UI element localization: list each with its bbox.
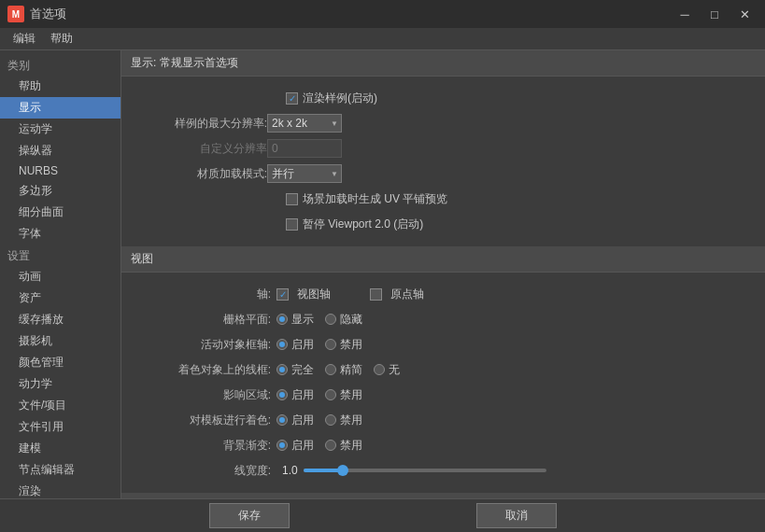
- view-block: 轴: 视图轴 原点轴 栅格平面:: [121, 280, 765, 493]
- sidebar-item-assets[interactable]: 资产: [0, 287, 120, 309]
- custom-resolution-row: 自定义分辨率: [136, 138, 750, 159]
- menu-bar: 编辑 帮助: [0, 28, 765, 50]
- max-resolution-dropdown[interactable]: 2k x 2k: [267, 114, 342, 133]
- none-radio[interactable]: [374, 364, 385, 375]
- grid-plane-radio-group: 显示 隐藏: [276, 312, 362, 328]
- disable-option[interactable]: 禁用: [325, 337, 362, 353]
- origin-axis-checkbox[interactable]: [370, 288, 382, 301]
- influence-enable-radio[interactable]: [276, 389, 288, 400]
- custom-resolution-label: 自定义分辨率: [136, 141, 267, 157]
- menu-edit[interactable]: 编辑: [6, 29, 43, 49]
- sidebar-item-manipulator[interactable]: 操纵器: [0, 140, 120, 161]
- show-label: 显示: [291, 312, 314, 328]
- sidebar-item-font[interactable]: 字体: [0, 223, 120, 245]
- close-button[interactable]: ✕: [731, 5, 758, 23]
- templating-label: 对模板进行着色:: [136, 413, 276, 428]
- sidebar-item-motion[interactable]: 运动学: [0, 119, 120, 140]
- render-preview-checkbox[interactable]: [286, 92, 298, 105]
- view-axis-option[interactable]: 视图轴: [276, 287, 331, 302]
- view-section-header: 视图: [121, 246, 765, 273]
- sidebar-section-category: 类别: [0, 54, 120, 76]
- influence-enable-option[interactable]: 启用: [276, 387, 314, 403]
- sidebar-item-fileref[interactable]: 文件引用: [0, 416, 120, 438]
- sidebar-item-camera[interactable]: 摄影机: [0, 330, 120, 352]
- fog-enable-option[interactable]: 启用: [276, 438, 314, 454]
- full-option[interactable]: 完全: [276, 362, 314, 378]
- hide-label: 隐藏: [340, 312, 362, 328]
- fog-enable-radio[interactable]: [276, 440, 288, 451]
- cancel-button[interactable]: 取消: [476, 503, 557, 528]
- sidebar-item-nodeeditor[interactable]: 节点编辑器: [0, 459, 120, 481]
- templating-enable-option[interactable]: 启用: [276, 413, 314, 428]
- influence-disable-radio[interactable]: [325, 389, 336, 400]
- fog-disable-option[interactable]: 禁用: [325, 438, 362, 454]
- enable-radio[interactable]: [276, 339, 288, 350]
- sidebar-item-subdivision[interactable]: 细分曲面: [0, 202, 120, 223]
- save-button[interactable]: 保存: [209, 503, 290, 528]
- none-option[interactable]: 无: [374, 362, 400, 378]
- simple-radio[interactable]: [325, 364, 336, 375]
- uv-preview-label: 场景加载时生成 UV 平铺预览: [303, 191, 447, 207]
- sidebar-item-dynamics[interactable]: 动力学: [0, 373, 120, 395]
- material-load-label: 材质加载模式:: [136, 166, 267, 182]
- material-load-dropdown[interactable]: 并行: [267, 164, 342, 183]
- sidebar-item-display[interactable]: 显示: [0, 97, 120, 119]
- hide-radio[interactable]: [325, 314, 336, 325]
- line-width-row: 线宽度: 1.0: [136, 460, 750, 481]
- line-width-slider-container: [304, 469, 546, 472]
- fog-label: 背景渐变:: [136, 438, 276, 454]
- app-icon: M: [7, 6, 24, 22]
- templating-disable-option[interactable]: 禁用: [325, 413, 362, 428]
- line-width-slider-thumb[interactable]: [337, 465, 348, 476]
- influence-label: 影响区域:: [136, 387, 276, 403]
- enable-option[interactable]: 启用: [276, 337, 314, 353]
- none-label: 无: [389, 362, 400, 378]
- templating-row: 对模板进行着色: 启用 禁用: [136, 410, 750, 430]
- sidebar-item-help[interactable]: 帮助: [0, 76, 120, 97]
- sidebar: 类别 帮助 显示 运动学 操纵器 NURBS 多边形 细分曲面 字体 设置 动画…: [0, 50, 121, 498]
- simple-option[interactable]: 精简: [325, 362, 362, 378]
- templating-disable-radio[interactable]: [325, 414, 336, 426]
- fog-enable-label: 启用: [291, 438, 314, 454]
- sidebar-item-nurbs[interactable]: NURBS: [0, 161, 120, 180]
- sidebar-item-rendering[interactable]: 渲染: [0, 481, 120, 498]
- influence-radio-group: 启用 禁用: [276, 387, 362, 403]
- minimize-button[interactable]: ─: [672, 5, 698, 23]
- viewport-pause-checkbox[interactable]: [286, 218, 298, 231]
- show-option[interactable]: 显示: [276, 312, 314, 328]
- hide-option[interactable]: 隐藏: [325, 312, 362, 328]
- templating-disable-label: 禁用: [340, 413, 362, 428]
- sidebar-item-modeling[interactable]: 建模: [0, 438, 120, 459]
- axis-radio-group: 视图轴 原点轴: [276, 287, 424, 302]
- title-bar: M 首选项 ─ □ ✕: [0, 0, 765, 28]
- grid-plane-row: 栅格平面: 显示 隐藏: [136, 309, 750, 329]
- disable-label: 禁用: [340, 337, 362, 353]
- origin-axis-option[interactable]: 原点轴: [370, 287, 424, 302]
- menu-help[interactable]: 帮助: [43, 29, 80, 49]
- line-width-slider-track[interactable]: [304, 469, 546, 472]
- sidebar-item-fileproject[interactable]: 文件/项目: [0, 395, 120, 416]
- fog-disable-radio[interactable]: [325, 440, 336, 451]
- uv-preview-row: 场景加载时生成 UV 平铺预览: [286, 189, 750, 209]
- fog-disable-label: 禁用: [340, 438, 362, 454]
- active-object-row: 活动对象框轴: 启用 禁用: [136, 334, 750, 355]
- view-axis-checkbox[interactable]: [276, 288, 289, 301]
- line-width-value: 1.0: [282, 464, 298, 477]
- fog-radio-group: 启用 禁用: [276, 438, 362, 454]
- sidebar-item-polygon[interactable]: 多边形: [0, 180, 120, 202]
- full-radio[interactable]: [276, 364, 288, 375]
- render-preview-block: 渲染样例(启动) 样例的最大分辨率: 2k x 2k 自定义分辨率 材质加载模式…: [121, 84, 765, 246]
- uv-preview-checkbox[interactable]: [286, 193, 298, 205]
- sidebar-item-animation[interactable]: 动画: [0, 266, 120, 287]
- sidebar-item-playback[interactable]: 缓存播放: [0, 309, 120, 330]
- influence-disable-option[interactable]: 禁用: [325, 387, 362, 403]
- material-load-row: 材质加载模式: 并行: [136, 163, 750, 184]
- disable-radio[interactable]: [325, 339, 336, 350]
- templating-enable-radio[interactable]: [276, 414, 288, 426]
- sidebar-item-color[interactable]: 颜色管理: [0, 352, 120, 373]
- axis-label: 轴:: [136, 287, 276, 302]
- show-radio[interactable]: [276, 314, 288, 325]
- maximize-button[interactable]: □: [701, 5, 728, 23]
- templating-radio-group: 启用 禁用: [276, 413, 362, 428]
- max-resolution-row: 样例的最大分辨率: 2k x 2k: [136, 113, 750, 133]
